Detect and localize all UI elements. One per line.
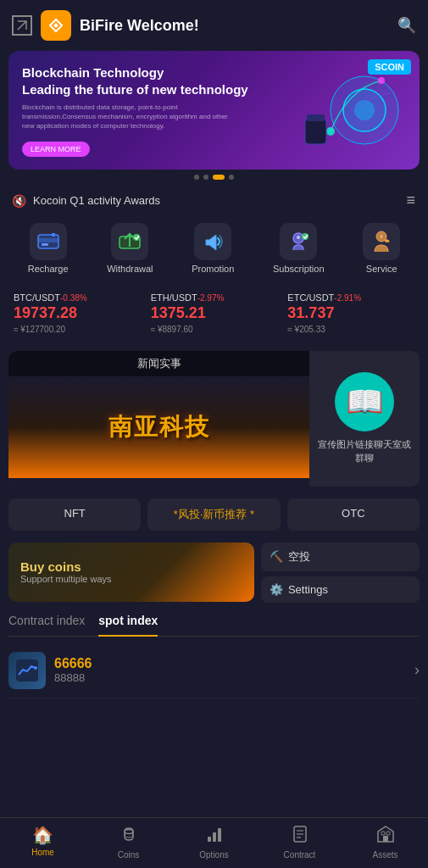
index-section: Contract index spot index 66666 88888 › [0, 607, 428, 702]
banner-graphic [284, 59, 411, 161]
banner-cta-button[interactable]: LEARN MORE [22, 142, 90, 157]
price-cards: BTC/USDT-0.38% 19737.28 ≈ ¥127700.20 ETH… [0, 277, 428, 346]
eth-cny: ≈ ¥8897.60 [151, 325, 278, 334]
banner-title: Blockchain TechnologyLeading the future … [22, 64, 253, 97]
dot-1[interactable] [194, 175, 199, 180]
nav-assets[interactable]: Assets [342, 825, 428, 860]
index-list-item[interactable]: 66666 88888 › [8, 643, 420, 698]
svg-rect-27 [383, 836, 388, 842]
nav-home-label: Home [31, 848, 54, 857]
promotion-label: Promotion [192, 264, 234, 274]
announcement-bar: 🔇 Kocoin Q1 activity Awards ≡ [0, 185, 428, 216]
news-right-label: 宣传图片链接聊天室或群聊 [318, 438, 411, 465]
nav-coins[interactable]: Coins [86, 825, 171, 860]
eth-pair: ETH/USDT-2.97% [151, 289, 278, 304]
price-btc[interactable]: BTC/USDT-0.38% 19737.28 ≈ ¥127700.20 [8, 286, 146, 337]
external-link-icon[interactable] [12, 15, 32, 36]
btc-value: 19737.28 [14, 304, 141, 323]
news-main[interactable]: 新闻实事 南亚科技 [8, 351, 309, 487]
subscription-label: Subscription [273, 264, 325, 274]
banner-description: Blockchain is distributed data storage, … [22, 103, 233, 131]
menu-icon[interactable]: ≡ [406, 192, 416, 209]
svg-rect-29 [386, 832, 390, 835]
news-chinese-title: 南亚科技 [108, 411, 210, 443]
header: BiFire Welcome! 🔍 [0, 0, 428, 51]
link-venture[interactable]: *风投·新币推荐 * [147, 498, 280, 531]
nav-contract[interactable]: Contract [257, 825, 342, 860]
news-section: 新闻实事 南亚科技 📖 宣传图片链接聊天室或群聊 [8, 351, 420, 487]
svg-rect-8 [38, 238, 58, 242]
action-recharge[interactable]: Recharge [28, 223, 69, 274]
airdrop-icon: ⛏️ [270, 550, 283, 563]
svg-point-18 [34, 666, 37, 670]
etc-pair: ETC/USDT-2.91% [287, 289, 414, 304]
eth-value: 1375.21 [151, 304, 278, 323]
news-title: 新闻实事 [8, 351, 309, 376]
service-label: Service [366, 264, 397, 274]
tab-contract-index[interactable]: Contract index [8, 614, 85, 631]
withdrawal-icon [111, 223, 148, 260]
buy-section: Buy coins Support multiple ways ⛏️ 空投 ⚙️… [8, 542, 420, 602]
link-nft[interactable]: NFT [8, 498, 141, 531]
link-otc[interactable]: OTC [287, 498, 420, 531]
dot-2[interactable] [203, 175, 208, 180]
buy-coins-card[interactable]: Buy coins Support multiple ways [8, 542, 254, 602]
action-service[interactable]: Service [363, 223, 400, 274]
svg-rect-10 [52, 233, 55, 236]
bottom-navigation: 🏠 Home Coins Options [0, 817, 428, 868]
buy-subtitle: Support multiple ways [20, 574, 242, 584]
quick-links: NFT *风投·新币推荐 * OTC [0, 492, 428, 537]
index-thumbnail [8, 652, 46, 689]
nav-home[interactable]: 🏠 Home [0, 825, 86, 860]
svg-rect-5 [305, 119, 326, 144]
svg-point-19 [125, 830, 133, 834]
settings-label: Settings [288, 583, 328, 596]
btc-pair: BTC/USDT-0.38% [14, 289, 141, 304]
dot-4[interactable] [229, 175, 234, 180]
svg-rect-6 [307, 114, 325, 121]
action-subscription[interactable]: Subscription [273, 223, 325, 274]
airdrop-button[interactable]: ⛏️ 空投 [261, 542, 420, 571]
settings-icon: ⚙️ [270, 583, 283, 596]
dot-3-active[interactable] [213, 175, 225, 180]
svg-point-2 [354, 100, 375, 120]
recharge-label: Recharge [28, 264, 69, 274]
nav-contract-label: Contract [284, 850, 316, 860]
nav-options-label: Options [199, 850, 228, 860]
coins-icon [120, 825, 138, 848]
announcement-text: Kocoin Q1 activity Awards [33, 194, 399, 207]
news-right-panel[interactable]: 📖 宣传图片链接聊天室或群聊 [309, 351, 420, 487]
service-icon [363, 223, 400, 260]
svg-point-14 [297, 236, 300, 239]
search-icon[interactable]: 🔍 [397, 16, 416, 35]
hero-banner: SCOIN Blockchain TechnologyLeading the f… [8, 51, 420, 170]
recharge-icon [30, 223, 67, 260]
tab-spot-index[interactable]: spot index [98, 614, 158, 637]
contract-icon [291, 825, 309, 848]
action-withdrawal[interactable]: Withdrawal [107, 223, 153, 274]
settings-button[interactable]: ⚙️ Settings [261, 576, 420, 603]
promotion-icon [194, 223, 231, 260]
assets-icon [376, 825, 395, 848]
svg-point-4 [378, 77, 385, 84]
chevron-right-icon: › [414, 661, 420, 679]
price-eth[interactable]: ETH/USDT-2.97% 1375.21 ≈ ¥8897.60 [146, 286, 283, 337]
nav-coins-label: Coins [118, 850, 140, 860]
index-name: 66666 [54, 656, 406, 671]
buy-right-panel: ⛏️ 空投 ⚙️ Settings [261, 542, 420, 602]
book-icon: 📖 [335, 372, 394, 431]
home-icon: 🏠 [32, 825, 53, 845]
buy-title: Buy coins [20, 559, 242, 574]
index-sub: 88888 [54, 671, 406, 684]
nav-options[interactable]: Options [171, 825, 257, 860]
etc-cny: ≈ ¥205.33 [287, 325, 414, 334]
news-image: 南亚科技 [8, 376, 309, 478]
svg-rect-20 [208, 837, 211, 842]
price-etc[interactable]: ETC/USDT-2.91% 31.737 ≈ ¥205.33 [282, 286, 420, 337]
header-title: BiFire Welcome! [80, 17, 389, 35]
volume-icon: 🔇 [12, 194, 26, 208]
quick-actions: Recharge Withdrawal Promotion [0, 216, 428, 277]
btc-cny: ≈ ¥127700.20 [14, 325, 141, 334]
index-info: 66666 88888 [54, 656, 406, 684]
action-promotion[interactable]: Promotion [192, 223, 234, 274]
